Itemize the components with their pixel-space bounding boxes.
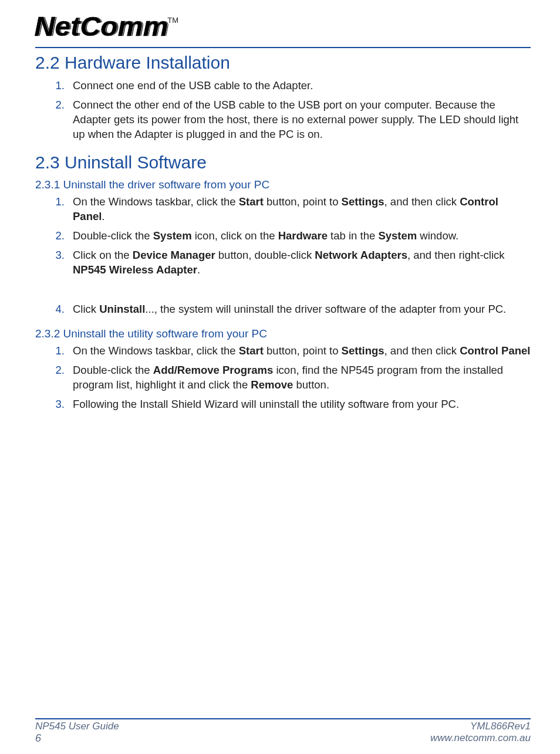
list-item: 3. Click on the Device Manager button, d… [53,248,531,278]
step-text: On the Windows taskbar, click the Start … [73,195,531,224]
header-rule [35,47,531,48]
trademark-symbol: TM [167,16,178,25]
uninstall-driver-steps: 1. On the Windows taskbar, click the Sta… [35,195,531,317]
step-number: 3. [53,397,73,412]
hardware-install-steps: 1. Connect one end of the USB cable to t… [35,79,531,142]
list-item: 1. On the Windows taskbar, click the Sta… [53,344,531,359]
footer-doc-ref: YML866Rev1 [430,721,531,732]
uninstall-utility-steps: 1. On the Windows taskbar, click the Sta… [35,344,531,412]
subsection-2-3-2-title: 2.3.2 Uninstall the utility software fro… [35,327,531,340]
step-number: 1. [53,79,73,93]
list-item: 1. On the Windows taskbar, click the Sta… [53,195,531,224]
brand-logo-text: NetComm [35,11,168,42]
step-number: 2. [53,229,73,244]
step-text: Double-click the System icon, click on t… [73,229,531,244]
step-number: 3. [53,248,73,278]
step-number: 4. [53,302,73,317]
subsection-2-3-1-title: 2.3.1 Uninstall the driver software from… [35,178,531,191]
list-item: 3. Following the Install Shield Wizard w… [53,397,531,412]
list-item: 2. Connect the other end of the USB cabl… [53,98,531,142]
footer-page-number: 6 [35,732,119,745]
step-number: 1. [53,344,73,359]
page-footer: NP545 User Guide 6 YML866Rev1 www.netcom… [35,718,531,745]
step-number: 1. [53,195,73,224]
section-2-3-title: 2.3 Uninstall Software [35,153,531,173]
section-2-2-title: 2.2 Hardware Installation [35,53,531,73]
step-text: Connect the other end of the USB cable t… [73,98,531,142]
step-text: Click on the Device Manager button, doub… [73,248,531,278]
list-item: 2. Double-click the Add/Remove Programs … [53,363,531,393]
step-text: Connect one end of the USB cable to the … [73,79,531,93]
step-text: On the Windows taskbar, click the Start … [73,344,531,359]
list-item: 2. Double-click the System icon, click o… [53,229,531,244]
step-text: Click Uninstall..., the system will unin… [73,302,531,317]
list-item: 4. Click Uninstall..., the system will u… [53,302,531,317]
step-text: Following the Install Shield Wizard will… [73,397,531,412]
list-item: 1. Connect one end of the USB cable to t… [53,79,531,93]
footer-url: www.netcomm.com.au [430,732,531,744]
step-number: 2. [53,363,73,393]
brand-logo: NetComm TM [38,11,531,42]
step-number: 2. [53,98,73,142]
footer-rule [35,718,531,719]
step-text: Double-click the Add/Remove Programs ico… [73,363,531,393]
footer-guide-title: NP545 User Guide [35,721,119,732]
